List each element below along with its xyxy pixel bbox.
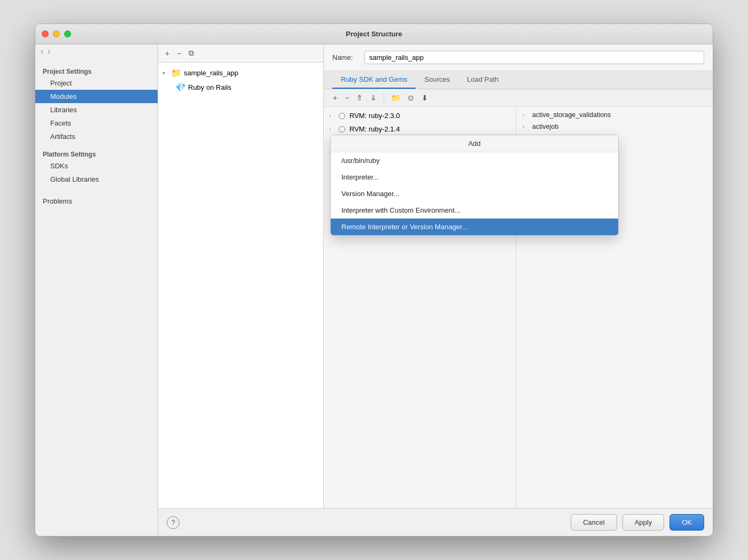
tabs-bar: Ruby SDK and Gems Sources Load Path [324,71,713,89]
nav-back-forward: ‹ › [35,44,158,60]
maximize-button[interactable] [64,30,71,37]
sdk-label: RVM: ruby-2.3.0 [349,112,400,120]
tab-add-button[interactable]: + [330,92,340,103]
tree-item-root[interactable]: ▾ 📁 sample_rails_app [158,66,323,80]
tab-remove-button[interactable]: − [342,92,352,103]
help-button[interactable]: ? [167,516,180,529]
title-bar: Project Structure [35,24,713,44]
tab-ruby-sdk-gems[interactable]: Ruby SDK and Gems [332,71,416,89]
tree-root-label: sample_rails_app [184,69,238,77]
gem-name: active_storage_validations [532,111,611,119]
sidebar-nav: Project Settings Project Modules Librari… [35,60,158,536]
dropdown-header: Add [331,135,618,152]
tab-move-up-button[interactable]: ⇑ [354,92,365,103]
tab-sources[interactable]: Sources [416,71,458,89]
dropdown-item-interpreter[interactable]: Interpreter... [331,169,618,185]
dropdown-item-usr-bin-ruby[interactable]: /usr/bin/ruby [331,152,618,169]
sdk-label: RVM: ruby-2.1.4 [349,125,400,133]
window-body: ‹ › Project Settings Project Modules Lib… [35,44,713,536]
tree-content: ▾ 📁 sample_rails_app 💎 Ruby on Rails [158,63,323,508]
gem-expand-icon: › [523,112,528,118]
window-title: Project Structure [346,30,402,38]
forward-arrow-icon[interactable]: › [48,46,50,56]
tab-folder-button[interactable]: 📁 [388,92,403,103]
sidebar-item-facets[interactable]: Facets [35,116,158,130]
ok-button[interactable]: OK [669,514,704,531]
module-tree-toolbar: + − ⧉ [158,44,323,63]
problems-section: Problems [35,195,158,208]
cancel-button[interactable]: Cancel [571,514,617,531]
tab-move-down-button[interactable]: ⇓ [368,92,379,103]
details-panel: Name: Ruby SDK and Gems Sources Load Pat… [324,44,713,508]
gem-name: activejob [532,123,558,130]
sdk-expand-icon: › [329,113,334,119]
tree-expand-icon: ▾ [162,70,169,76]
sdk-radio [339,113,345,119]
module-add-button[interactable]: + [162,48,172,59]
sdk-expand-icon: › [329,126,334,132]
name-label: Name: [332,53,359,61]
apply-button[interactable]: Apply [622,514,665,531]
sidebar: ‹ › Project Settings Project Modules Lib… [35,44,158,536]
folder-icon: 📁 [171,68,182,78]
main-content: + − ⧉ ▾ 📁 sample_rails_app 💎 Ruby on Rai… [158,44,713,536]
add-dropdown: Add /usr/bin/ruby Interpreter... Version… [330,135,619,236]
name-row: Name: [324,44,713,71]
tab-load-path[interactable]: Load Path [458,71,507,89]
gem-item[interactable]: › activejob [516,121,713,133]
sdk-radio [339,126,345,133]
sdk-item-rvm-214[interactable]: › RVM: ruby-2.1.4 [324,122,516,136]
tab-content: › RVM: ruby-2.3.0 › RVM: ruby-2.1.4 [324,107,713,508]
bottom-bar: ? Cancel Apply OK [158,508,713,536]
back-arrow-icon[interactable]: ‹ [41,46,43,56]
dropdown-item-interpreter-custom-env[interactable]: Interpreter with Custom Environment... [331,202,618,219]
ruby-icon: 💎 [175,82,186,92]
bottom-actions: Cancel Apply OK [571,514,704,531]
dropdown-item-remote-interpreter[interactable]: Remote Interpreter or Version Manager... [331,219,618,235]
module-remove-button[interactable]: − [174,48,184,59]
sidebar-item-sdks[interactable]: SDKs [35,159,158,173]
sidebar-item-global-libraries[interactable]: Global Libraries [35,173,158,186]
section-platform-settings-title: Platform Settings [35,147,158,159]
sidebar-item-artifacts[interactable]: Artifacts [35,130,158,143]
gem-expand-icon: › [523,124,528,130]
sidebar-item-project[interactable]: Project [35,76,158,90]
module-tree-panel: + − ⧉ ▾ 📁 sample_rails_app 💎 Ruby on Rai… [158,44,324,508]
dropdown-item-version-manager[interactable]: Version Manager... [331,185,618,202]
tab-circle-button[interactable]: ⊙ [405,92,417,103]
minimize-button[interactable] [53,30,60,37]
tree-item-ruby-on-rails[interactable]: 💎 Ruby on Rails [158,80,323,95]
sdk-item-rvm-230[interactable]: › RVM: ruby-2.3.0 [324,109,516,122]
toolbar-separator [384,94,384,102]
close-button[interactable] [42,30,49,37]
sidebar-item-modules[interactable]: Modules [35,90,158,103]
section-project-settings-title: Project Settings [35,65,158,76]
sidebar-item-problems[interactable]: Problems [43,195,150,208]
project-structure-window: Project Structure ‹ › Project Settings P… [35,24,713,536]
traffic-lights [42,30,71,37]
name-input[interactable] [364,51,704,64]
content-area: + − ⧉ ▾ 📁 sample_rails_app 💎 Ruby on Rai… [158,44,713,508]
tree-child-label: Ruby on Rails [188,83,231,91]
tab-download-button[interactable]: ⬇ [419,92,431,103]
sidebar-item-libraries[interactable]: Libraries [35,103,158,116]
tab-toolbar: + − ⇑ ⇓ 📁 ⊙ ⬇ [324,89,713,107]
gem-item[interactable]: › active_storage_validations [516,109,713,121]
module-copy-button[interactable]: ⧉ [186,48,197,59]
